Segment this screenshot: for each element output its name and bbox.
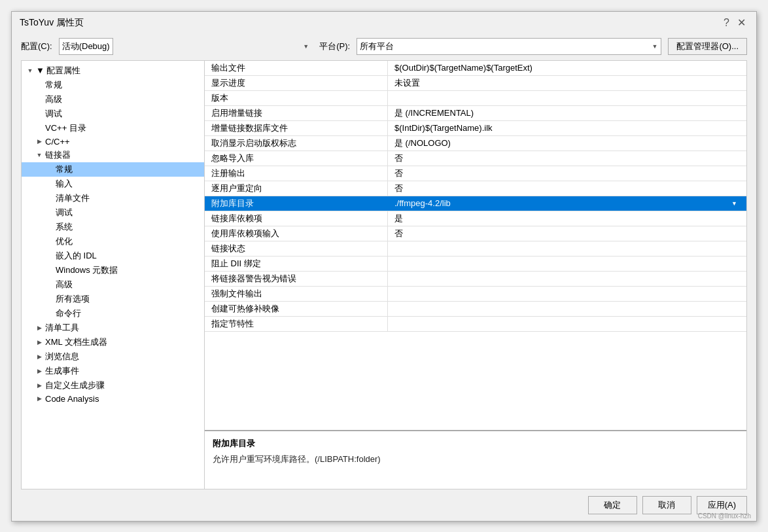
prop-value-link-status [388,247,746,250]
manager-button[interactable]: 配置管理器(O)... [668,38,747,55]
browser-label: 浏览信息 [45,351,79,363]
config-select-wrapper: 活动(Debug) [59,38,313,55]
code-analysis-collapse-icon: ▶ [35,394,44,403]
tree-item-xml-gen[interactable]: ▶ XML 文档生成器 [22,335,204,349]
config-label: 配置(C): [21,41,52,52]
build-collapse-icon: ▶ [35,366,44,376]
tree-item-gaoji[interactable]: 高级 [22,92,204,107]
prop-name-incremental: 启用增量链接 [205,106,388,120]
prop-name-ilk: 增量链接数据库文件 [205,121,388,135]
prop-row-hotpatch[interactable]: 创建可热修补映像 [205,302,746,317]
prop-name-treat-warn-as-error: 将链接器警告视为错误 [205,272,388,286]
tree-item-linker[interactable]: ▼ 链接器 [22,148,204,162]
manifest-collapse-icon: ▶ [35,323,44,332]
prop-name-section-attrs: 指定节特性 [205,317,388,331]
tree-item-tiaoshi[interactable]: 调试 [22,107,204,121]
prop-row-prevent-dii[interactable]: 阻止 DII 绑定 [205,257,746,272]
tree-item-linker-idl[interactable]: 嵌入的 IDL [22,249,204,263]
prop-row-ignore-implib[interactable]: 忽略导入库 否 [205,151,746,166]
prop-name-use-lib-dep-input: 使用库依赖项输入 [205,226,388,241]
tree-item-linker-input[interactable]: 输入 [22,177,204,191]
tree-item-manifest-tool[interactable]: ▶ 清单工具 [22,321,204,335]
tree-item-linker-advanced[interactable]: 高级 [22,277,204,292]
prop-value-additional-lib-dirs: ./ffmpeg-4.2/lib ▼ [388,197,746,209]
prop-row-show-progress[interactable]: 显示进度 未设置 [205,76,746,91]
tree-item-linker-debug[interactable]: 调试 [22,205,204,220]
prop-row-force-output[interactable]: 强制文件输出 [205,287,746,302]
prop-value-use-lib-dep-input: 否 [388,226,746,241]
tree-item-browser-info[interactable]: ▶ 浏览信息 [22,349,204,364]
prop-name-additional-lib-dirs: 附加库目录 [205,196,388,211]
prop-row-additional-lib-dirs[interactable]: 附加库目录 ./ffmpeg-4.2/lib ▼ [205,196,746,211]
apply-button[interactable]: 应用(A) [697,496,747,514]
tree-item-linker-general[interactable]: 常规 [22,162,204,177]
dropdown-arrow-icon[interactable]: ▼ [729,200,740,207]
prop-name-hotpatch: 创建可热修补映像 [205,302,388,316]
ok-button[interactable]: 确定 [588,496,637,514]
cpp-collapse-icon: ▶ [35,137,44,146]
manifest-label: 清单工具 [45,322,79,334]
prop-row-version[interactable]: 版本 [205,91,746,106]
prop-row-link-status[interactable]: 链接状态 [205,241,746,257]
custom-collapse-icon: ▶ [35,381,44,390]
platform-select[interactable]: 所有平台 [357,38,661,55]
prop-name-force-output: 强制文件输出 [205,287,388,301]
prop-value-register-output: 否 [388,166,746,181]
prop-row-treat-warn-as-error[interactable]: 将链接器警告视为错误 [205,272,746,287]
prop-name-link-status: 链接状态 [205,241,388,256]
prop-value-version [388,97,746,99]
prop-row-register-output[interactable]: 注册输出 否 [205,166,746,181]
prop-name-version: 版本 [205,91,388,105]
prop-row-output-file[interactable]: 输出文件 $(OutDir)$(TargetName)$(TargetExt) [205,61,746,76]
tree-item-build-events[interactable]: ▶ 生成事件 [22,364,204,378]
watermark: CSDN @linux-hzh [698,512,751,520]
tree-item-linker-cmdline[interactable]: 命令行 [22,306,204,321]
prop-name-nologo: 取消显示启动版权标志 [205,136,388,151]
tree-item-linker-system[interactable]: 系统 [22,220,204,234]
prop-value-section-attrs [388,323,746,325]
linker-collapse-icon: ▼ [35,151,44,160]
prop-row-nologo[interactable]: 取消显示启动版权标志 是 (/NOLOGO) [205,136,746,151]
tree-item-changgui[interactable]: 常规 [22,78,204,92]
description-text: 允许用户重写环境库路径。(/LIBPATH:folder) [213,453,739,465]
description-panel: 附加库目录 允许用户重写环境库路径。(/LIBPATH:folder) [205,430,746,489]
collapse-icon: ▼ [26,66,35,75]
config-select[interactable]: 活动(Debug) [59,38,113,55]
prop-name-ignore-implib: 忽略导入库 [205,151,388,166]
prop-value-ignore-implib: 否 [388,151,746,166]
platform-select-wrapper: 所有平台 [357,38,661,55]
properties-dialog: TsToYuv 属性页 ? ✕ 配置(C): 活动(Debug) 平台(P): … [11,11,757,522]
tree-root[interactable]: ▼ ▼ 配置属性 [22,63,204,78]
browser-collapse-icon: ▶ [35,352,44,361]
help-button[interactable]: ? [721,18,732,28]
prop-row-use-lib-dep-input[interactable]: 使用库依赖项输入 否 [205,226,746,241]
prop-value-force-output [388,293,746,295]
prop-value-nologo: 是 (/NOLOGO) [388,136,746,151]
prop-value-treat-warn-as-error [388,277,746,280]
tree-item-linker-winmeta[interactable]: Windows 元数据 [22,263,204,277]
prop-row-incremental[interactable]: 启用增量链接 是 (/INCREMENTAL) [205,106,746,121]
cancel-button[interactable]: 取消 [642,496,691,514]
prop-row-section-attrs[interactable]: 指定节特性 [205,317,746,332]
prop-row-per-user-redirect[interactable]: 逐用户重定向 否 [205,181,746,196]
prop-value-per-user-redirect: 否 [388,181,746,196]
tree-item-linker-optimize[interactable]: 优化 [22,234,204,249]
right-panel: 输出文件 $(OutDir)$(TargetName)$(TargetExt) … [205,61,746,489]
code-analysis-label: Code Analysis [45,394,99,404]
tree-item-vcdir[interactable]: VC++ 目录 [22,121,204,135]
xml-label: XML 文档生成器 [45,336,107,348]
tree-item-cpp[interactable]: ▶ C/C++ [22,135,204,148]
bottom-buttons: 确定 取消 应用(A) [12,489,756,521]
dialog-title: TsToYuv 属性页 [20,17,84,29]
prop-row-link-lib-dep[interactable]: 链接库依赖项 是 [205,211,746,226]
prop-name-per-user-redirect: 逐用户重定向 [205,181,388,196]
tree-item-code-analysis[interactable]: ▶ Code Analysis [22,393,204,405]
prop-name-prevent-dii: 阻止 DII 绑定 [205,257,388,271]
tree-item-linker-allopts[interactable]: 所有选项 [22,292,204,306]
prop-row-ilk[interactable]: 增量链接数据库文件 $(IntDir)$(TargetName).ilk [205,121,746,136]
tree-item-linker-manifest[interactable]: 清单文件 [22,191,204,205]
main-content: ▼ ▼ 配置属性 常规 高级 调试 VC++ 目录 ▶ C/C++ ▼ 链接器 … [21,60,747,489]
tree-item-custom-build[interactable]: ▶ 自定义生成步骤 [22,378,204,393]
custom-label: 自定义生成步骤 [45,380,105,391]
close-button[interactable]: ✕ [735,18,748,28]
